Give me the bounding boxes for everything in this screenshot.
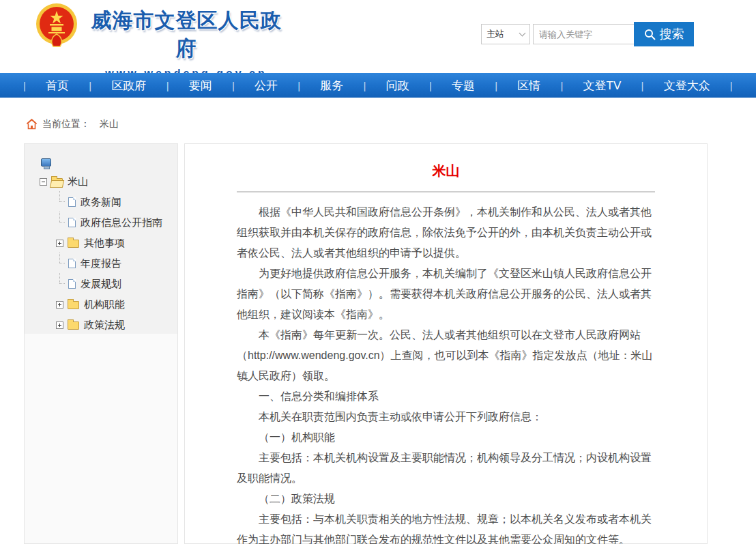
tree-node[interactable]: 发展规划 (40, 274, 173, 294)
chevron-down-icon (519, 29, 526, 36)
search-scope-select[interactable]: 主站 (481, 24, 530, 44)
tree-node-label[interactable]: 米山 (68, 175, 88, 188)
tree-node-icon (68, 301, 79, 309)
nav-item[interactable]: 专题 (452, 78, 475, 94)
nav-item[interactable]: 服务 (320, 78, 343, 94)
breadcrumb: 当前位置： 米山 (26, 116, 119, 132)
search-input[interactable] (533, 24, 634, 44)
sidebar: 米山 政务新闻 政府信息公开指南 其他事项 (24, 143, 178, 544)
site-brand: 威海市文登区人民政府 www.wendeng.gov.cn (87, 7, 285, 80)
tree-node[interactable]: 政府信息公开指南 (40, 212, 173, 233)
tree-nav: 米山 政务新闻 政府信息公开指南 其他事项 (25, 144, 177, 334)
nav-separator: | (364, 80, 366, 91)
tree-node-label[interactable]: 机构职能 (84, 298, 125, 311)
tree-node[interactable]: 政策法规 (40, 315, 173, 335)
content-panel: 米山 根据《中华人民共和国政府信息公开条例》，本机关制作和从公民、法人或者其他组… (184, 143, 708, 544)
tree-expander-icon[interactable] (56, 280, 64, 288)
nav-item[interactable]: 区政府 (111, 78, 146, 94)
search-icon (644, 29, 656, 40)
nav-separator: | (89, 80, 91, 91)
article-paragraph: 一、信息分类和编排体系 (237, 386, 655, 407)
nav-separator: | (166, 80, 169, 91)
tree-node-label[interactable]: 政策法规 (84, 319, 125, 332)
breadcrumb-prefix: 当前位置： (42, 118, 90, 130)
computer-icon (41, 158, 51, 167)
nav-item[interactable]: 首页 (46, 78, 69, 94)
tree-node-label[interactable]: 发展规划 (81, 278, 121, 291)
tree-node[interactable]: 年度报告 (40, 253, 173, 274)
nav-separator: | (730, 80, 733, 91)
title-divider (237, 191, 655, 192)
search-area: 主站 搜索 (481, 22, 694, 46)
nav-separator: | (641, 80, 644, 91)
tree-expander-icon[interactable] (56, 198, 64, 206)
tree-node[interactable]: 米山 (40, 171, 173, 192)
tree-node-label[interactable]: 其他事项 (84, 237, 125, 250)
tree-expander-icon[interactable] (56, 321, 63, 329)
tree-node-label[interactable]: 年度报告 (81, 257, 121, 270)
main-nav: | 首页 | 区政府 | 要闻 | 公开 | 服务 | 问政 | 专题 | 区情… (0, 73, 756, 98)
tree-root-row[interactable] (40, 154, 173, 171)
nav-item[interactable]: 公开 (255, 78, 278, 94)
tree-expander-icon[interactable] (56, 259, 64, 268)
tree-expander-icon[interactable] (56, 301, 63, 309)
nav-item[interactable]: 文登大众 (664, 78, 710, 94)
tree-node-label[interactable]: 政府信息公开指南 (81, 216, 162, 229)
nav-item[interactable]: 区情 (517, 78, 540, 94)
home-icon (26, 119, 38, 130)
article-paragraph: （二）政策法规 (237, 489, 655, 509)
article-paragraph: 为更好地提供政府信息公开服务，本机关编制了《文登区米山镇人民政府信息公开指南》（… (237, 263, 655, 325)
article-paragraph: 根据《中华人民共和国政府信息公开条例》，本机关制作和从公民、法人或者其他组织获取… (237, 202, 655, 263)
national-emblem-logo[interactable] (34, 3, 79, 52)
article-paragraph: 主要包括：本机关机构设置及主要职能情况；机构领导及分工情况；内设机构设置及职能情… (237, 448, 655, 489)
tree-node[interactable]: 其他事项 (40, 233, 173, 253)
nav-item[interactable]: 问政 (386, 78, 409, 94)
tree-node-icon (68, 259, 76, 268)
tree-expander-icon[interactable] (56, 240, 63, 247)
nav-separator: | (232, 80, 235, 91)
tree-node[interactable]: 机构职能 (40, 294, 173, 315)
article-paragraph: 主要包括：与本机关职责相关的地方性法规、规章；以本机关名义发布或者本机关作为主办… (237, 509, 655, 544)
article-paragraph: 本机关在职责范围内负责主动或依申请公开下列政府信息： (237, 407, 655, 427)
nav-item[interactable]: 要闻 (189, 78, 212, 94)
tree-node-icon (51, 178, 63, 186)
tree-expander-icon[interactable] (40, 178, 47, 186)
nav-separator: | (429, 80, 432, 91)
article-paragraph: （一）机构职能 (237, 427, 655, 448)
article-body: 根据《中华人民共和国政府信息公开条例》，本机关制作和从公民、法人或者其他组织获取… (237, 202, 655, 544)
tree-node-icon (68, 321, 79, 330)
tree-node-icon (68, 279, 76, 289)
tree-node[interactable]: 政务新闻 (40, 192, 173, 212)
nav-separator: | (495, 80, 497, 91)
nav-separator: | (23, 80, 26, 91)
tree-expander-icon[interactable] (56, 218, 64, 227)
search-button-label: 搜索 (660, 26, 684, 42)
tree-node-label[interactable]: 政务新闻 (81, 196, 121, 209)
nav-separator: | (561, 80, 564, 91)
tree-node-icon (68, 218, 76, 227)
article-title: 米山 (237, 162, 655, 180)
nav-item[interactable]: 文登TV (583, 78, 622, 94)
article-paragraph: 本《指南》每年更新一次。公民、法人或者其他组织可以在文登市人民政府网站（http… (237, 325, 655, 386)
search-scope-value: 主站 (486, 28, 504, 40)
search-button[interactable]: 搜索 (634, 22, 694, 46)
site-title: 威海市文登区人民政府 (87, 7, 285, 63)
nav-separator: | (297, 80, 300, 91)
tree-node-icon (68, 197, 76, 207)
breadcrumb-current[interactable]: 米山 (100, 118, 119, 130)
tree-node-icon (68, 240, 79, 248)
site-header: 威海市文登区人民政府 www.wendeng.gov.cn 主站 搜索 (0, 0, 756, 73)
